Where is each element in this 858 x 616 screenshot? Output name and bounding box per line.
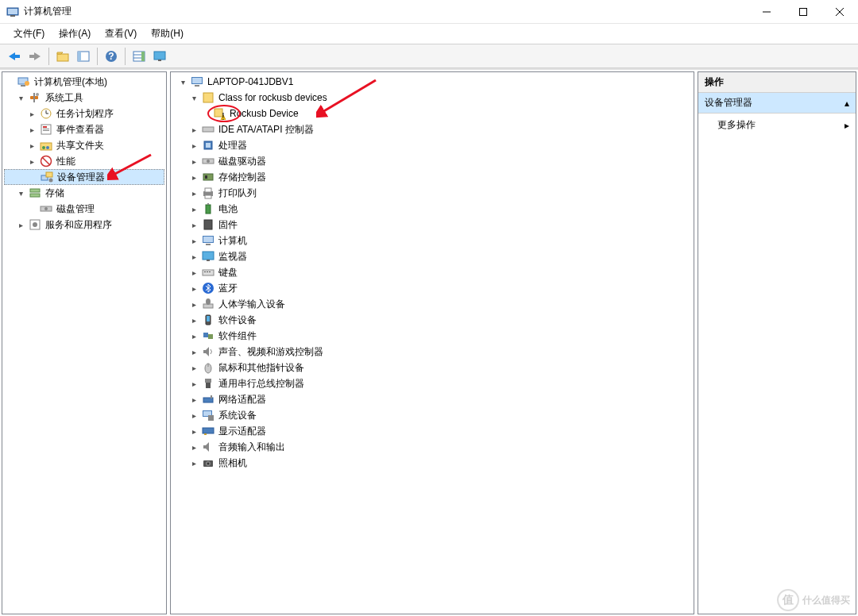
detail-view-button[interactable] bbox=[129, 47, 149, 66]
device-node-disk-drives[interactable]: ▸磁盘驱动器 bbox=[172, 153, 692, 169]
expand-icon[interactable]: ▸ bbox=[188, 187, 199, 198]
expand-icon[interactable]: ▸ bbox=[188, 219, 199, 230]
expand-icon[interactable]: ▸ bbox=[188, 410, 199, 421]
forward-button[interactable] bbox=[25, 47, 44, 66]
up-button[interactable] bbox=[53, 47, 72, 66]
device-label: 处理器 bbox=[217, 139, 249, 152]
processor-icon bbox=[202, 139, 214, 152]
actions-section-title[interactable]: 设备管理器 ▴ bbox=[698, 93, 856, 114]
expand-icon[interactable]: ▸ bbox=[188, 441, 199, 452]
device-node-monitors[interactable]: ▸监视器 bbox=[172, 248, 692, 264]
expand-icon[interactable]: ▸ bbox=[188, 330, 199, 341]
action-more-operations[interactable]: 更多操作 ▸ bbox=[698, 114, 856, 137]
tree-task-scheduler[interactable]: ▸ 任务计划程序 bbox=[4, 106, 164, 121]
device-node-sound-video-game[interactable]: ▸声音、视频和游戏控制器 bbox=[172, 344, 692, 360]
device-node-processor[interactable]: ▸处理器 bbox=[172, 137, 692, 153]
expand-icon[interactable]: ▸ bbox=[188, 251, 199, 262]
device-node-storage-controllers[interactable]: ▸存储控制器 bbox=[172, 169, 692, 185]
device-node-class-rockusb[interactable]: ▾Class for rockusb devices bbox=[172, 90, 692, 106]
device-node-keyboards[interactable]: ▸键盘 bbox=[172, 264, 692, 280]
svg-rect-74 bbox=[207, 260, 210, 261]
menu-view[interactable]: 查看(V) bbox=[98, 25, 144, 43]
device-node-computer[interactable]: ▾LAPTOP-041JDBV1 bbox=[172, 74, 692, 90]
tree-device-manager[interactable]: 设备管理器 bbox=[4, 169, 164, 185]
collapse-icon[interactable]: ▴ bbox=[844, 98, 849, 109]
device-node-hid[interactable]: ▸人体学输入设备 bbox=[172, 296, 692, 312]
expand-icon[interactable]: ▸ bbox=[26, 140, 37, 151]
collapse-icon[interactable] bbox=[4, 76, 15, 87]
minimize-button[interactable] bbox=[748, 0, 785, 24]
device-node-network-adapters[interactable]: ▸网络适配器 bbox=[172, 391, 692, 407]
device-node-usb-controllers[interactable]: ▸通用串行总线控制器 bbox=[172, 375, 692, 391]
expand-icon[interactable]: ▸ bbox=[188, 283, 199, 294]
expand-icon[interactable]: ▸ bbox=[188, 203, 199, 214]
monitor-button[interactable] bbox=[150, 47, 169, 66]
expand-icon[interactable]: ▸ bbox=[188, 156, 199, 167]
svg-rect-21 bbox=[154, 52, 165, 60]
help-button[interactable]: ? bbox=[102, 47, 121, 66]
expand-icon[interactable]: ▸ bbox=[188, 124, 199, 135]
expand-icon[interactable]: ▸ bbox=[188, 298, 199, 310]
expand-icon[interactable]: ▸ bbox=[188, 362, 199, 373]
tree-performance[interactable]: ▸ 性能 bbox=[4, 153, 164, 169]
collapse-icon[interactable]: ▾ bbox=[15, 92, 26, 103]
tree-shared-folders[interactable]: ▸ 共享文件夹 bbox=[4, 137, 164, 153]
expand-icon[interactable]: ▸ bbox=[188, 171, 199, 183]
device-node-software-components[interactable]: ▸软件组件 bbox=[172, 328, 692, 344]
close-button[interactable] bbox=[821, 0, 858, 24]
expand-icon[interactable]: ▸ bbox=[188, 378, 199, 389]
maximize-button[interactable] bbox=[785, 0, 821, 24]
svg-rect-78 bbox=[209, 271, 211, 272]
expand-icon[interactable]: ▸ bbox=[26, 108, 37, 119]
expand-icon[interactable]: ▸ bbox=[188, 314, 199, 325]
disk-drive-icon bbox=[202, 155, 214, 167]
expand-icon[interactable]: ▸ bbox=[188, 394, 199, 405]
device-node-audio-io[interactable]: ▸音频输入和输出 bbox=[172, 439, 692, 455]
expand-icon[interactable]: ▸ bbox=[188, 140, 199, 151]
device-label: 计算机 bbox=[217, 234, 249, 248]
expand-icon[interactable]: ▸ bbox=[188, 425, 199, 437]
device-node-display-adapters[interactable]: ▸显示适配器 bbox=[172, 423, 692, 439]
device-node-mice[interactable]: ▸鼠标和其他指针设备 bbox=[172, 360, 692, 375]
action-label: 更多操作 bbox=[717, 118, 756, 132]
device-node-batteries[interactable]: ▸电池 bbox=[172, 201, 692, 217]
device-node-software-devices[interactable]: ▸软件设备 bbox=[172, 312, 692, 328]
expand-icon[interactable]: ▸ bbox=[15, 219, 26, 230]
tree-root-computer-management[interactable]: 计算机管理(本地) bbox=[4, 74, 164, 90]
device-node-bluetooth[interactable]: ▸蓝牙 bbox=[172, 280, 692, 296]
device-node-ide-atapi[interactable]: ▸IDE ATA/ATAPI 控制器 bbox=[172, 121, 692, 137]
svg-rect-85 bbox=[208, 334, 213, 339]
back-button[interactable] bbox=[5, 47, 24, 66]
expand-icon[interactable]: ▸ bbox=[26, 124, 37, 135]
svg-rect-52 bbox=[195, 85, 199, 87]
menu-help[interactable]: 帮助(H) bbox=[144, 25, 191, 43]
svg-rect-14 bbox=[78, 52, 81, 61]
device-node-system-devices[interactable]: ▸系统设备 bbox=[172, 407, 692, 423]
tree-system-tools[interactable]: ▾ 系统工具 bbox=[4, 90, 164, 106]
expand-icon[interactable]: ▸ bbox=[188, 235, 199, 246]
expand-icon[interactable]: ▸ bbox=[26, 156, 37, 167]
tree-storage[interactable]: ▾ 存储 bbox=[4, 185, 164, 201]
tree-services-apps[interactable]: ▸ 服务和应用程序 bbox=[4, 217, 164, 233]
expand-icon[interactable]: ▸ bbox=[188, 267, 199, 278]
window-title: 计算机管理 bbox=[24, 5, 748, 18]
device-node-cameras[interactable]: ▸照相机 bbox=[172, 455, 692, 471]
svg-rect-4 bbox=[800, 8, 807, 15]
menu-file[interactable]: 文件(F) bbox=[6, 25, 52, 43]
collapse-icon[interactable]: ▾ bbox=[15, 187, 26, 198]
toolbar-separator bbox=[97, 48, 98, 65]
svg-rect-77 bbox=[207, 271, 208, 272]
device-node-rockusb-device[interactable]: !Rockusb Device bbox=[172, 106, 692, 121]
expand-icon[interactable]: ▸ bbox=[188, 346, 199, 357]
device-node-computer-category[interactable]: ▸计算机 bbox=[172, 233, 692, 248]
tree-disk-management[interactable]: 磁盘管理 bbox=[4, 201, 164, 217]
menu-action[interactable]: 操作(A) bbox=[52, 25, 98, 43]
device-node-print-queues[interactable]: ▸打印队列 bbox=[172, 185, 692, 201]
tree-event-viewer[interactable]: ▸ 事件查看器 bbox=[4, 121, 164, 137]
show-hide-tree-button[interactable] bbox=[74, 47, 93, 66]
svg-rect-96 bbox=[203, 428, 214, 433]
collapse-icon[interactable]: ▾ bbox=[177, 76, 188, 87]
collapse-icon[interactable]: ▾ bbox=[188, 92, 199, 103]
device-node-firmware[interactable]: ▸固件 bbox=[172, 217, 692, 233]
expand-icon[interactable]: ▸ bbox=[188, 457, 199, 468]
